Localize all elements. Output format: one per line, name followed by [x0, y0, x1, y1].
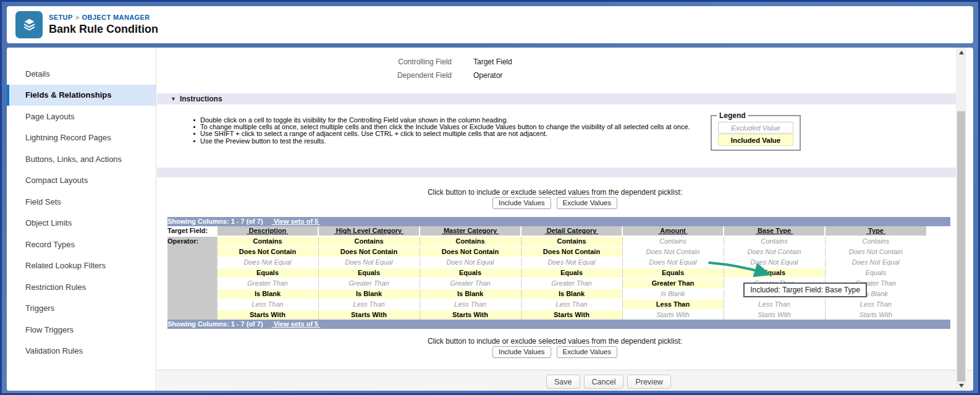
- main-panel: DetailsFields & RelationshipsPage Layout…: [7, 48, 973, 391]
- vertical-scrollbar[interactable]: [956, 48, 966, 391]
- matrix-cell-description-equals[interactable]: Equals: [217, 268, 318, 278]
- matrix-cell-description-does-not-contain[interactable]: Does Not Contain: [217, 247, 318, 257]
- sidebar-item-related-lookup-filters[interactable]: Related Lookup Filters: [7, 255, 156, 277]
- matrix-cell-master-category-less-than[interactable]: Less Than: [420, 299, 521, 310]
- legend-included-sample: Included Value: [718, 134, 793, 146]
- breadcrumb-object-manager-link[interactable]: OBJECT MANAGER: [82, 14, 150, 21]
- matrix-cell-base-type-does-not-equal[interactable]: Does Not Equal: [724, 257, 825, 268]
- matrix-cell-detail-category-does-not-equal[interactable]: Does Not Equal: [521, 257, 622, 268]
- matrix-cell-master-category-equals[interactable]: Equals: [420, 268, 521, 278]
- sidebar-item-lightning-record-pages[interactable]: Lightning Record Pages: [7, 127, 156, 149]
- exclude-values-button-top[interactable]: Exclude Values: [557, 197, 617, 209]
- instructions-header[interactable]: ▼ Instructions: [157, 93, 956, 104]
- sidebar-item-restriction-rules[interactable]: Restriction Rules: [7, 276, 156, 298]
- view-sets-link-bottom[interactable]: View sets of 5: [272, 320, 321, 328]
- sidebar-item-buttons-links-and-actions[interactable]: Buttons, Links, and Actions: [7, 148, 156, 170]
- matrix-cell-description-is-blank[interactable]: Is Blank: [217, 289, 318, 299]
- matrix-cell-detail-category-equals[interactable]: Equals: [521, 268, 622, 278]
- matrix-cell-description-greater-than[interactable]: Greater Than: [217, 278, 318, 289]
- matrix-cell-amount-less-than[interactable]: Less Than: [622, 299, 724, 310]
- matrix-cell-master-category-greater-than[interactable]: Greater Than: [420, 278, 521, 289]
- view-sets-link-top[interactable]: View sets of 5: [272, 218, 321, 225]
- matrix-cell-amount-contains[interactable]: Contains: [622, 236, 724, 247]
- exclude-values-button-bottom[interactable]: Exclude Values: [557, 346, 617, 358]
- column-header-detail-category[interactable]: Detail Category: [521, 226, 622, 236]
- matrix-cell-high-level-category-starts-with[interactable]: Starts With: [318, 310, 420, 320]
- matrix-cell-master-category-does-not-equal[interactable]: Does Not Equal: [420, 257, 521, 268]
- matrix-cell-type-contains[interactable]: Contains: [825, 236, 926, 247]
- matrix-cell-high-level-category-equals[interactable]: Equals: [318, 268, 420, 278]
- filler-cell: [926, 289, 950, 299]
- matrix-cell-description-contains[interactable]: Contains: [217, 236, 318, 247]
- matrix-cell-type-less-than[interactable]: Less Than: [825, 299, 926, 310]
- matrix-cell-type-does-not-contain[interactable]: Does Not Contain: [825, 247, 926, 257]
- matrix-cell-detail-category-does-not-contain[interactable]: Does Not Contain: [521, 247, 622, 257]
- sidebar-item-fields-relationships[interactable]: Fields & Relationships: [7, 85, 156, 106]
- matrix-cell-detail-category-is-blank[interactable]: Is Blank: [521, 289, 622, 299]
- scroll-up-button[interactable]: [956, 48, 966, 57]
- matrix-cell-description-starts-with[interactable]: Starts With: [217, 310, 318, 320]
- matrix-cell-amount-greater-than[interactable]: Greater Than: [622, 278, 724, 289]
- column-header-type[interactable]: Type: [825, 226, 926, 236]
- matrix-cell-description-does-not-equal[interactable]: Does Not Equal: [217, 257, 318, 268]
- matrix-cell-high-level-category-contains[interactable]: Contains: [318, 236, 420, 247]
- column-header-amount[interactable]: Amount: [622, 226, 724, 236]
- matrix-cell-base-type-contains[interactable]: Contains: [724, 236, 825, 247]
- filler-column: [926, 226, 950, 236]
- matrix-cell-base-type-equals[interactable]: Equals: [724, 268, 825, 278]
- column-header-base-type[interactable]: Base Type: [724, 226, 825, 236]
- sidebar-item-details[interactable]: Details: [7, 63, 156, 85]
- matrix-cell-description-less-than[interactable]: Less Than: [217, 299, 318, 310]
- matrix-cell-detail-category-greater-than[interactable]: Greater Than: [521, 278, 622, 289]
- breadcrumb-setup-link[interactable]: SETUP: [49, 14, 73, 21]
- matrix-cell-high-level-category-is-blank[interactable]: Is Blank: [318, 289, 420, 299]
- matrix-cell-master-category-starts-with[interactable]: Starts With: [420, 310, 521, 320]
- matrix-cell-amount-equals[interactable]: Equals: [622, 268, 724, 278]
- matrix-cell-detail-category-contains[interactable]: Contains: [521, 236, 622, 247]
- sidebar-item-object-limits[interactable]: Object Limits: [7, 213, 156, 234]
- matrix-cell-master-category-does-not-contain[interactable]: Does Not Contain: [420, 247, 521, 257]
- save-button[interactable]: Save: [546, 375, 580, 389]
- preview-button[interactable]: Preview: [627, 375, 670, 389]
- sidebar-item-page-layouts[interactable]: Page Layouts: [7, 106, 156, 127]
- include-values-button-bottom[interactable]: Include Values: [492, 346, 551, 358]
- filler-cell: [926, 236, 950, 247]
- matrix-cell-amount-is-blank[interactable]: Is Blank: [622, 289, 724, 299]
- matrix-cell-high-level-category-does-not-equal[interactable]: Does Not Equal: [318, 257, 420, 268]
- column-header-high-level-category[interactable]: High Level Category: [318, 226, 420, 236]
- matrix-cell-master-category-is-blank[interactable]: Is Blank: [420, 289, 521, 299]
- app-window: SETUP>OBJECT MANAGER Bank Rule Condition…: [0, 0, 980, 395]
- object-manager-icon: [15, 11, 43, 38]
- scrollbar-thumb[interactable]: [957, 111, 965, 381]
- matrix-cell-base-type-does-not-contain[interactable]: Does Not Contain: [724, 247, 825, 257]
- include-values-button-top[interactable]: Include Values: [492, 197, 551, 209]
- matrix-cell-detail-category-starts-with[interactable]: Starts With: [521, 310, 622, 320]
- sidebar-item-flow-triggers[interactable]: Flow Triggers: [7, 319, 156, 341]
- matrix-cell-detail-category-less-than[interactable]: Less Than: [521, 299, 622, 310]
- matrix-cell-amount-starts-with[interactable]: Starts With: [622, 310, 724, 320]
- sidebar-item-validation-rules[interactable]: Validation Rules: [7, 341, 156, 362]
- scroll-down-button[interactable]: [956, 381, 966, 391]
- matrix-cell-base-type-less-than[interactable]: Less Than: [724, 299, 825, 310]
- matrix-cell-base-type-starts-with[interactable]: Starts With: [724, 310, 825, 320]
- column-header-master-category[interactable]: Master Category: [420, 226, 521, 236]
- matrix-bar-bottom: Showing Columns: 1 - 7 (of 7) View sets …: [167, 320, 950, 329]
- cancel-button[interactable]: Cancel: [584, 375, 624, 389]
- matrix-cell-type-equals[interactable]: Equals: [825, 268, 926, 278]
- sidebar-item-record-types[interactable]: Record Types: [7, 234, 156, 255]
- matrix-cell-amount-does-not-equal[interactable]: Does Not Equal: [622, 257, 724, 268]
- matrix-cell-high-level-category-greater-than[interactable]: Greater Than: [318, 278, 420, 289]
- collapse-triangle-icon: ▼: [171, 96, 176, 102]
- legend: Legend Excluded Value Included Value: [711, 111, 801, 151]
- matrix-cell-type-does-not-equal[interactable]: Does Not Equal: [825, 257, 926, 268]
- breadcrumb-separator: >: [75, 14, 80, 21]
- sidebar-item-field-sets[interactable]: Field Sets: [7, 191, 156, 213]
- matrix-cell-high-level-category-does-not-contain[interactable]: Does Not Contain: [318, 247, 420, 257]
- matrix-cell-master-category-contains[interactable]: Contains: [420, 236, 521, 247]
- column-header-description[interactable]: Description: [217, 226, 318, 236]
- matrix-cell-type-starts-with[interactable]: Starts With: [825, 310, 926, 320]
- sidebar-item-triggers[interactable]: Triggers: [7, 298, 156, 320]
- sidebar-item-compact-layouts[interactable]: Compact Layouts: [7, 170, 156, 192]
- matrix-cell-high-level-category-less-than[interactable]: Less Than: [318, 299, 420, 310]
- matrix-cell-amount-does-not-contain[interactable]: Does Not Contain: [622, 247, 724, 257]
